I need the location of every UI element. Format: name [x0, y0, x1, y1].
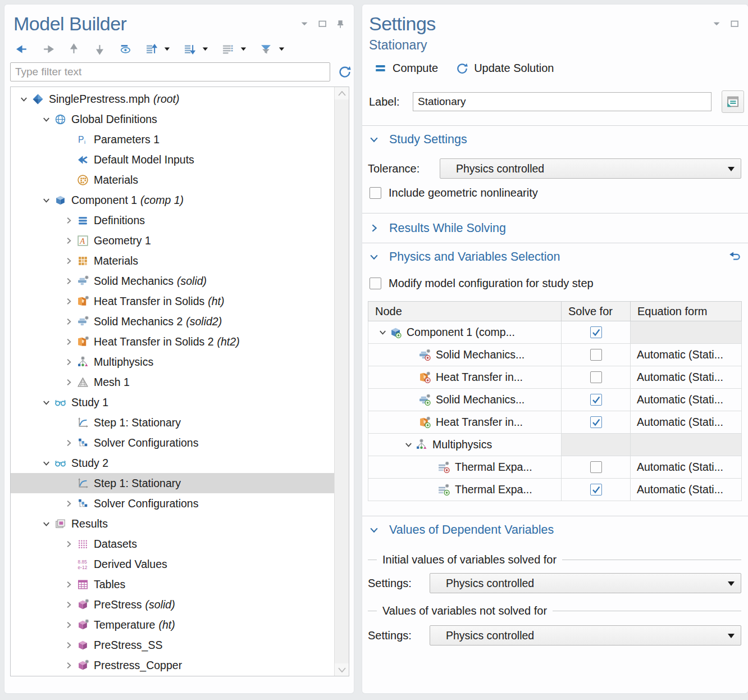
table-row-multiphysics[interactable]: Multiphysics	[368, 434, 742, 456]
tree-item-step-1-stationary[interactable]: Step 1: Stationary	[11, 412, 334, 433]
tree-item-solid-mechanics-2-solid2[interactable]: Solid Mechanics 2(solid2)	[11, 311, 334, 331]
equation-form-value[interactable]: Automatic (Stati...	[631, 416, 723, 428]
tree-item-prestress-solid[interactable]: PreStress(solid)	[11, 594, 334, 615]
tree-item-heat-transfer-in-solids-2-ht2[interactable]: Heat Transfer in Solids 2(ht2)	[11, 331, 334, 352]
section-results-while-solving[interactable]: Results While Solving	[362, 213, 748, 243]
chevron-right-icon[interactable]	[60, 600, 77, 610]
chevron-down-icon[interactable]	[38, 115, 54, 124]
chevron-down-icon[interactable]	[401, 440, 416, 449]
table-row-thermal-expa[interactable]: Thermal Expa...Automatic (Stati...	[368, 456, 742, 479]
tree-item-heat-transfer-in-solids-ht[interactable]: Heat Transfer in Solids(ht)	[11, 291, 334, 311]
equation-form-value[interactable]: Automatic (Stati...	[631, 348, 723, 361]
chevron-right-icon[interactable]	[60, 236, 77, 246]
chevron-right-icon[interactable]	[60, 539, 77, 549]
chevron-down-icon[interactable]	[369, 252, 382, 262]
show-eye-button[interactable]	[116, 40, 135, 57]
collapse-list-button[interactable]	[180, 40, 199, 57]
tree-item-derived-values[interactable]: 8.85e-12Derived Values	[11, 554, 334, 574]
chevron-down-icon[interactable]	[38, 196, 54, 205]
solve-for-checkbox[interactable]	[590, 416, 602, 428]
equation-form-value[interactable]: Automatic (Stati...	[631, 393, 723, 406]
table-row-solid-mechanics[interactable]: Solid Mechanics...Automatic (Stati...	[368, 344, 742, 366]
tree-scrollbar[interactable]	[334, 87, 349, 676]
tree-item-solver-configurations[interactable]: Solver Configurations	[11, 433, 334, 453]
solve-for-checkbox[interactable]	[590, 371, 602, 383]
scroll-up-icon[interactable]	[335, 87, 349, 99]
solve-for-checkbox[interactable]	[590, 349, 602, 361]
tree-item-component-1-comp-1[interactable]: Component 1(comp 1)	[11, 190, 334, 210]
chevron-right-icon[interactable]	[60, 216, 77, 225]
modify-configuration-checkbox[interactable]	[370, 278, 381, 289]
reset-to-default-button[interactable]	[722, 250, 741, 263]
equation-form-value[interactable]: Automatic (Stati...	[631, 371, 723, 383]
show-more-options-button[interactable]	[722, 90, 744, 113]
move-up-arrow-button[interactable]	[64, 40, 83, 57]
equation-form-value[interactable]: Automatic (Stati...	[631, 483, 723, 496]
equation-form-value[interactable]: Automatic (Stati...	[631, 461, 723, 473]
chevron-down-icon[interactable]	[38, 519, 54, 529]
back-arrow-button[interactable]	[12, 40, 31, 57]
float-panel-icon[interactable]	[318, 19, 328, 29]
chevron-right-icon[interactable]	[60, 640, 77, 650]
initial-values-dropdown[interactable]: Physics controlled	[430, 573, 741, 593]
chevron-right-icon[interactable]	[60, 499, 77, 508]
table-row-heat-transfer-in[interactable]: Heat Transfer in...Automatic (Stati...	[368, 366, 742, 389]
solve-for-checkbox[interactable]	[590, 461, 602, 473]
section-dependent-variables[interactable]: Values of Dependent Variables	[362, 516, 748, 543]
node-label-button[interactable]	[218, 40, 237, 57]
tree-item-mesh-1[interactable]: Mesh 1	[11, 372, 334, 392]
solve-for-checkbox[interactable]	[590, 326, 602, 338]
dropdown-caret-icon[interactable]	[275, 40, 288, 57]
label-input[interactable]	[413, 92, 711, 111]
tree-item-results[interactable]: Results	[11, 513, 334, 534]
tree-item-definitions[interactable]: Definitions	[11, 210, 334, 230]
table-row-thermal-expa[interactable]: Thermal Expa...Automatic (Stati...	[368, 479, 742, 501]
tree-item-singleprestress-mph-root[interactable]: SinglePrestress.mph(root)	[11, 89, 334, 109]
chevron-down-icon[interactable]	[369, 134, 382, 144]
geometric-nonlinearity-checkbox-row[interactable]: Include geometric nonlinearity	[362, 182, 748, 205]
tree-item-geometry-1[interactable]: AGeometry 1	[11, 230, 334, 251]
chevron-right-icon[interactable]	[60, 580, 77, 589]
pin-icon[interactable]	[336, 19, 346, 29]
chevron-down-icon[interactable]	[369, 525, 382, 535]
tree-item-step-1-stationary[interactable]: Step 1: Stationary	[11, 473, 334, 493]
chevron-right-icon[interactable]	[60, 256, 77, 266]
chevron-down-icon[interactable]	[38, 458, 54, 468]
solve-for-checkbox[interactable]	[590, 394, 602, 406]
float-panel-icon[interactable]	[730, 19, 740, 29]
chevron-right-icon[interactable]	[60, 661, 77, 670]
not-solved-values-dropdown[interactable]: Physics controlled	[430, 625, 741, 646]
geometric-nonlinearity-checkbox[interactable]	[370, 187, 381, 199]
chevron-right-icon[interactable]	[60, 357, 77, 367]
solve-for-checkbox[interactable]	[590, 484, 602, 496]
refresh-icon[interactable]	[338, 63, 352, 80]
tree-item-study-2[interactable]: Study 2	[11, 453, 334, 473]
chevron-down-icon[interactable]	[38, 398, 54, 407]
filter-input[interactable]	[10, 62, 330, 81]
dropdown-caret-icon[interactable]	[199, 40, 211, 57]
chevron-down-icon[interactable]	[15, 94, 32, 104]
tree-item-parameters-1[interactable]: PiParameters 1	[11, 129, 334, 149]
tree-item-global-definitions[interactable]: Global Definitions	[11, 109, 334, 129]
tree-item-prestress-copper[interactable]: Prestress_Copper	[11, 655, 334, 675]
dropdown-caret-icon[interactable]	[237, 40, 249, 57]
modify-configuration-checkbox-row[interactable]: Modify model configuration for study ste…	[362, 270, 748, 296]
chevron-right-icon[interactable]	[369, 223, 382, 233]
forward-arrow-button[interactable]	[38, 40, 57, 57]
tree-item-materials[interactable]: Materials	[11, 251, 334, 271]
tree-item-materials[interactable]: Materials	[11, 170, 334, 190]
chevron-right-icon[interactable]	[60, 276, 77, 286]
tree-item-solid-mechanics-solid[interactable]: Solid Mechanics(solid)	[11, 271, 334, 291]
chevron-right-icon[interactable]	[60, 317, 77, 326]
tolerance-dropdown[interactable]: Physics controlled	[440, 158, 741, 179]
chevron-right-icon[interactable]	[60, 438, 77, 448]
update-solution-button[interactable]: Update Solution	[454, 61, 556, 76]
chevron-right-icon[interactable]	[60, 337, 77, 347]
panel-menu-icon[interactable]	[712, 19, 722, 29]
tree-item-solver-configurations[interactable]: Solver Configurations	[11, 493, 334, 513]
node-filter-button[interactable]	[256, 40, 275, 57]
table-row-heat-transfer-in[interactable]: Heat Transfer in...Automatic (Stati...	[368, 411, 742, 434]
chevron-right-icon[interactable]	[60, 297, 77, 306]
chevron-right-icon[interactable]	[60, 620, 77, 630]
tree-item-multiphysics[interactable]: Multiphysics	[11, 352, 334, 372]
